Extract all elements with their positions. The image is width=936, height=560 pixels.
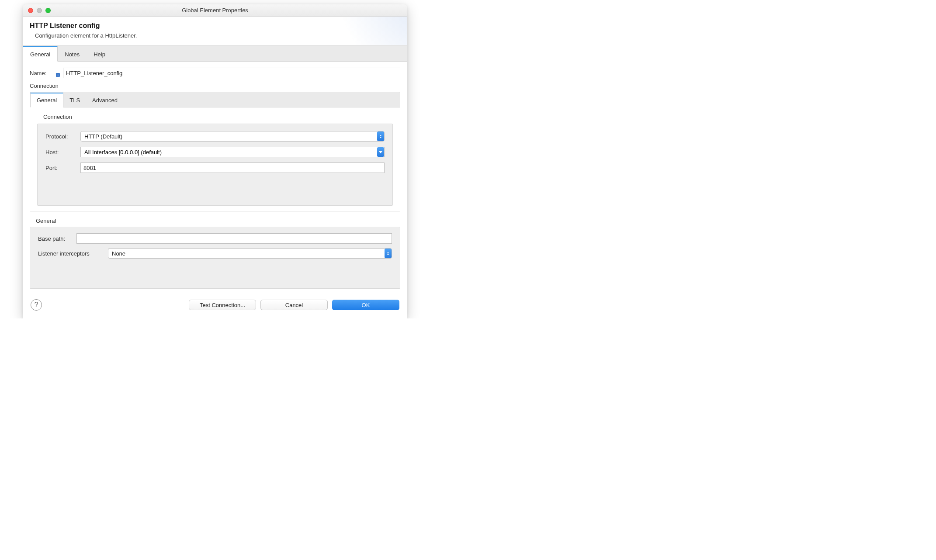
chevron-down-icon [377, 147, 384, 157]
connection-panel: General TLS Advanced Connection Protocol… [30, 92, 400, 211]
tab-notes[interactable]: Notes [58, 46, 87, 62]
info-icon: i [55, 72, 60, 77]
interceptors-value: None [108, 248, 392, 259]
host-label: Host: [45, 149, 80, 156]
connection-form: Protocol: HTTP (Default) Host: [37, 124, 393, 206]
ok-button[interactable]: OK [332, 300, 399, 310]
protocol-label: Protocol: [45, 133, 80, 140]
question-icon: ? [35, 301, 38, 309]
connection-tab-tls[interactable]: TLS [63, 93, 86, 107]
connection-panel-body: Connection Protocol: HTTP (Default) Host… [30, 107, 400, 211]
interceptors-row: Listener interceptors None [38, 248, 392, 259]
connection-subsection-label: Connection [37, 114, 393, 120]
general-section-label: General [30, 218, 400, 224]
protocol-row: Protocol: HTTP (Default) [45, 131, 385, 142]
host-row: Host: [45, 147, 385, 157]
general-panel: Base path: Listener interceptors None [30, 227, 400, 289]
connection-tab-general[interactable]: General [30, 93, 63, 107]
interceptors-label: Listener interceptors [38, 250, 108, 257]
base-path-label: Base path: [38, 235, 76, 242]
name-label: Name: [30, 70, 52, 76]
dialog-footer: ? Test Connection... Cancel OK [23, 295, 407, 318]
port-row: Port: [45, 162, 385, 173]
dialog-subtitle: Configuration element for a HttpListener… [30, 32, 400, 39]
tab-help[interactable]: Help [87, 46, 112, 62]
interceptors-select[interactable]: None [108, 248, 392, 259]
help-button[interactable]: ? [31, 299, 42, 311]
dialog-window: Global Element Properties HTTP Listener … [23, 4, 407, 318]
svg-text:i: i [57, 73, 58, 77]
connection-tabs: General TLS Advanced [30, 92, 400, 107]
cancel-button[interactable]: Cancel [260, 300, 328, 310]
tab-content: Name: i Connection General TLS Advanced … [23, 62, 407, 295]
main-tabs: General Notes Help [23, 45, 407, 62]
titlebar: Global Element Properties [23, 4, 407, 17]
connection-tab-advanced[interactable]: Advanced [86, 93, 124, 107]
connection-section-label: Connection [30, 83, 400, 89]
window-title: Global Element Properties [23, 7, 407, 14]
dialog-header: HTTP Listener config Configuration eleme… [23, 17, 407, 45]
name-input[interactable] [63, 68, 400, 78]
protocol-value: HTTP (Default) [80, 131, 385, 142]
host-combo[interactable] [80, 147, 385, 157]
protocol-select[interactable]: HTTP (Default) [80, 131, 385, 142]
port-label: Port: [45, 165, 80, 171]
chevron-updown-icon [385, 249, 392, 258]
port-input[interactable] [80, 162, 385, 173]
name-row: Name: i [30, 68, 400, 78]
base-path-row: Base path: [38, 233, 392, 244]
chevron-updown-icon [377, 131, 384, 141]
host-input[interactable] [80, 147, 385, 157]
dialog-title: HTTP Listener config [30, 22, 400, 30]
tab-general[interactable]: General [23, 46, 58, 62]
test-connection-button[interactable]: Test Connection... [189, 300, 256, 310]
base-path-input[interactable] [76, 233, 392, 244]
